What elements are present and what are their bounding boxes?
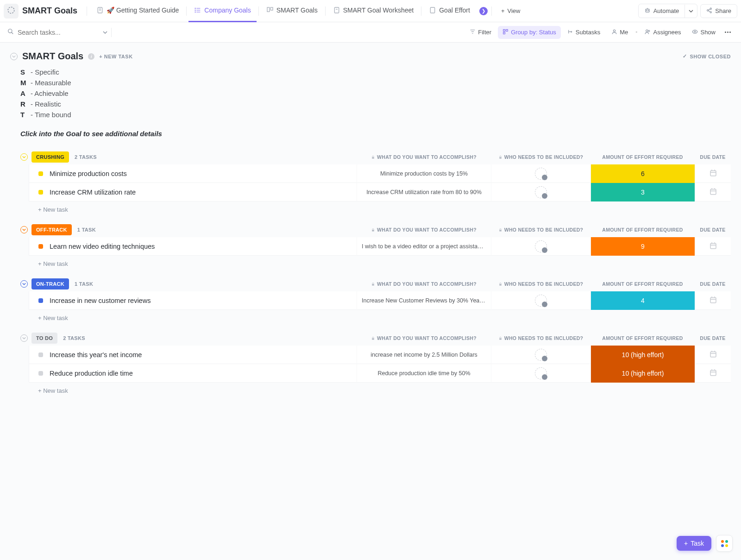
collapse-list-button[interactable] [10,53,18,60]
col-who[interactable]: WHO NEEDS TO BE INCLUDED? [491,154,590,160]
cell-due[interactable] [695,164,731,183]
cell-effort[interactable]: 4 [590,291,695,310]
task-status-icon[interactable] [38,352,43,357]
info-icon[interactable]: i [88,53,94,60]
col-effort[interactable]: AMOUNT OF EFFORT REQUIRED [590,227,695,233]
task-name[interactable]: Increase in new customer reviews [50,297,357,304]
add-task-button[interactable]: + New task [10,310,731,321]
task-status-icon[interactable] [38,244,43,249]
tab-smart-goals[interactable]: SMART Goals [261,0,323,22]
automate-dropdown-button[interactable] [684,5,697,18]
cell-accomplish[interactable]: Increase CRM utilization rate from 80 to… [357,183,491,201]
task-name[interactable]: Reduce production idle time [50,370,357,377]
cell-accomplish[interactable]: Increase New Customer Reviews by 30% Yea… [357,291,491,310]
cell-accomplish[interactable]: Minimize production costs by 15% [357,164,491,183]
cell-effort[interactable]: 6 [590,164,695,183]
add-view-button[interactable]: +View [496,5,526,17]
col-who[interactable]: WHO NEEDS TO BE INCLUDED? [491,227,590,233]
assignee-placeholder-icon[interactable] [535,367,547,379]
search-dropdown-button[interactable] [101,27,109,38]
col-accomplish[interactable]: WHAT DO YOU WANT TO ACCOMPLISH? [357,227,491,233]
col-effort[interactable]: AMOUNT OF EFFORT REQUIRED [590,154,695,160]
task-name[interactable]: Minimize production costs [50,170,357,177]
task-row[interactable]: Minimize production costsMinimize produc… [29,164,731,183]
col-who[interactable]: WHO NEEDS TO BE INCLUDED? [491,281,590,287]
assignee-placeholder-icon[interactable] [535,295,547,307]
assignees-button[interactable]: Assignees [640,26,685,39]
tab-smart-goal-worksheet[interactable]: SMART Goal Worksheet [327,0,420,22]
cell-due[interactable] [695,291,731,310]
col-due[interactable]: DUE DATE [695,227,731,233]
group-toggle-button[interactable] [20,226,28,233]
cell-due[interactable] [695,237,731,256]
search-input[interactable] [18,29,82,36]
add-task-button[interactable]: + New task [10,201,731,213]
cell-who[interactable] [491,346,590,364]
cell-due[interactable] [695,346,731,364]
task-row[interactable]: Learn new video editing techniquesI wish… [29,237,731,256]
cell-who[interactable] [491,237,590,256]
col-effort[interactable]: AMOUNT OF EFFORT REQUIRED [590,335,695,341]
assignee-placeholder-icon[interactable] [535,349,547,361]
col-who[interactable]: WHO NEEDS TO BE INCLUDED? [491,335,590,341]
status-pill[interactable]: OFF-TRACK [31,224,72,235]
cell-who[interactable] [491,364,590,383]
tab-company-goals[interactable]: Company Goals [188,0,256,22]
cell-effort[interactable]: 10 (high effort) [590,364,695,383]
task-name[interactable]: Increase CRM utilization rate [50,189,357,196]
cell-who[interactable] [491,183,590,201]
cell-effort[interactable]: 3 [590,183,695,201]
show-button[interactable]: Show [687,26,720,39]
tab--getting-started-guide[interactable]: 🚀 Getting Started Guide [91,0,184,22]
cell-due[interactable] [695,183,731,201]
assignee-placeholder-icon[interactable] [535,168,547,180]
task-row[interactable]: Increase this year's net incomeincrease … [29,346,731,364]
task-status-icon[interactable] [38,190,43,195]
assignee-placeholder-icon[interactable] [535,240,547,252]
show-closed-button[interactable]: ✓SHOW CLOSED [683,53,731,59]
col-accomplish[interactable]: WHAT DO YOU WANT TO ACCOMPLISH? [357,154,491,160]
expand-tabs-button[interactable]: ❯ [479,7,488,15]
cell-effort[interactable]: 9 [590,237,695,256]
group-toggle-button[interactable] [20,334,28,342]
col-due[interactable]: DUE DATE [695,335,731,341]
new-task-link[interactable]: + NEW TASK [99,54,132,59]
subtasks-button[interactable]: Subtasks [563,26,605,39]
more-button[interactable] [722,29,734,36]
task-name[interactable]: Increase this year's net income [50,351,357,359]
cell-accomplish[interactable]: I wish to be a video editor or a project… [357,237,491,256]
me-button[interactable]: Me [607,26,633,39]
assignee-placeholder-icon[interactable] [535,186,547,198]
task-status-icon[interactable] [38,171,43,176]
col-due[interactable]: DUE DATE [695,281,731,287]
filter-button[interactable]: Filter [465,26,496,39]
task-row[interactable]: Increase CRM utilization rateIncrease CR… [29,183,731,201]
col-effort[interactable]: AMOUNT OF EFFORT REQUIRED [590,281,695,287]
group-toggle-button[interactable] [20,153,28,161]
task-status-icon[interactable] [38,371,43,376]
task-name[interactable]: Learn new video editing techniques [50,243,357,250]
col-accomplish[interactable]: WHAT DO YOU WANT TO ACCOMPLISH? [357,335,491,341]
cell-effort[interactable]: 10 (high effort) [590,346,695,364]
status-pill[interactable]: TO DO [31,333,57,344]
status-pill[interactable]: CRUSHING [31,151,69,163]
group-by-button[interactable]: Group by: Status [498,26,561,39]
task-row[interactable]: Reduce production idle timeReduce produc… [29,364,731,383]
task-row[interactable]: Increase in new customer reviewsIncrease… [29,291,731,310]
share-button[interactable]: Share [700,4,737,18]
cell-accomplish[interactable]: Reduce production idle time by 50% [357,364,491,383]
add-task-button[interactable]: + New task [10,383,731,394]
group-toggle-button[interactable] [20,280,28,288]
automate-button[interactable]: Automate [639,4,685,18]
cell-who[interactable] [491,164,590,183]
col-due[interactable]: DUE DATE [695,154,731,160]
task-status-icon[interactable] [38,298,43,303]
cell-accomplish[interactable]: increase net income by 2.5 Million Dolla… [357,346,491,364]
tab-goal-effort[interactable]: Goal Effort [423,0,476,22]
col-accomplish[interactable]: WHAT DO YOU WANT TO ACCOMPLISH? [357,281,491,287]
add-task-button[interactable]: + New task [10,256,731,267]
status-pill[interactable]: ON-TRACK [31,278,69,289]
cell-who[interactable] [491,291,590,310]
cell-due[interactable] [695,364,731,383]
tab-label: SMART Goal Worksheet [343,6,414,14]
